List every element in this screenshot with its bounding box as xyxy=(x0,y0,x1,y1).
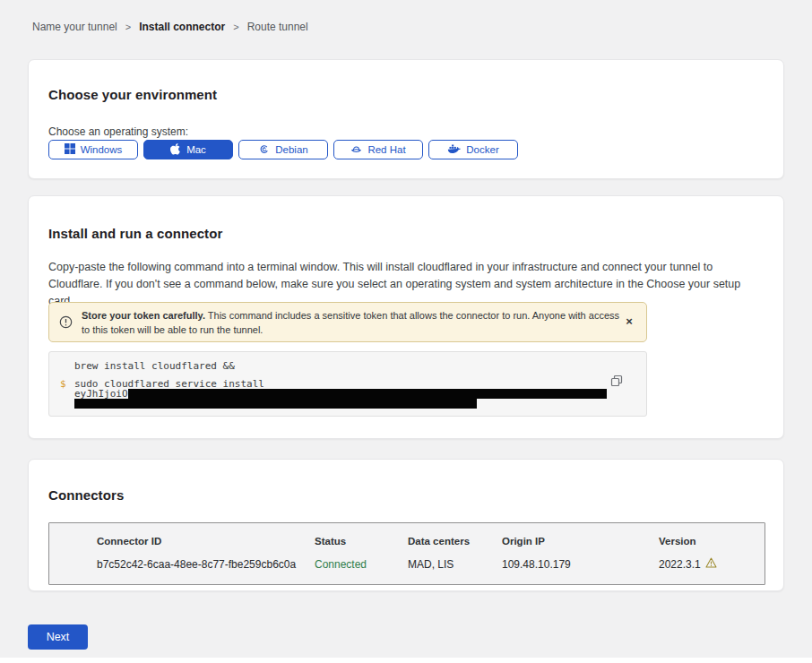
token-warning-banner: Store your token carefully. This command… xyxy=(48,302,647,342)
redacted-token-bar xyxy=(74,399,477,409)
column-header-data-centers: Data centers xyxy=(408,536,502,547)
warning-triangle-icon xyxy=(705,557,717,571)
debian-logo-icon xyxy=(258,143,270,157)
environment-card-title: Choose your environment xyxy=(48,87,217,102)
install-command-code-block: brew install cloudflared && $ sudo cloud… xyxy=(48,351,647,417)
code-line-1: brew install cloudflared && xyxy=(74,360,235,372)
connectors-table: Connector ID Status Data centers Origin … xyxy=(48,522,765,585)
os-button-label: Docker xyxy=(466,144,498,155)
os-button-group: Windows Mac Debian xyxy=(48,140,518,159)
breadcrumb-route-tunnel[interactable]: Route tunnel xyxy=(247,21,308,33)
apple-logo-icon xyxy=(170,142,181,157)
operating-system-label: Choose an operating system: xyxy=(48,125,188,138)
choose-environment-card: Choose your environment Choose an operat… xyxy=(28,59,784,179)
origin-ip-value: 109.48.10.179 xyxy=(502,558,659,571)
close-icon[interactable]: × xyxy=(621,314,637,330)
os-button-label: Windows xyxy=(81,144,123,155)
redhat-logo-icon xyxy=(350,143,362,157)
os-button-windows[interactable]: Windows xyxy=(48,140,138,159)
os-button-redhat[interactable]: Red Hat xyxy=(333,140,423,159)
breadcrumb-install-connector[interactable]: Install connector xyxy=(139,21,225,33)
bottom-strip xyxy=(0,658,812,663)
os-button-mac[interactable]: Mac xyxy=(143,140,233,159)
breadcrumb-name-your-tunnel[interactable]: Name your tunnel xyxy=(32,21,117,33)
os-button-docker[interactable]: Docker xyxy=(428,140,518,159)
os-button-label: Debian xyxy=(275,144,307,155)
connectors-table-header: Connector ID Status Data centers Origin … xyxy=(97,536,750,547)
token-warning-bold: Store your token carefully. xyxy=(82,310,205,321)
status-badge: Connected xyxy=(315,558,408,571)
os-button-label: Mac xyxy=(186,144,206,155)
table-row: b7c52c42-6caa-48ee-8c77-fbe259cb6c0a Con… xyxy=(97,557,750,571)
next-button[interactable]: Next xyxy=(28,624,88,650)
breadcrumb-separator: > xyxy=(233,22,238,32)
data-centers-value: MAD, LIS xyxy=(408,558,502,571)
connector-id-value: b7c52c42-6caa-48ee-8c77-fbe259cb6c0a xyxy=(97,558,315,571)
install-connector-card: Install and run a connector Copy-paste t… xyxy=(28,195,784,439)
os-button-label: Red Hat xyxy=(367,144,405,155)
connectors-card: Connectors Connector ID Status Data cent… xyxy=(28,459,784,591)
column-header-version: Version xyxy=(659,536,750,547)
alert-circle-icon xyxy=(59,315,73,332)
column-header-origin-ip: Origin IP xyxy=(502,536,659,547)
version-number: 2022.3.1 xyxy=(659,558,701,571)
column-header-status: Status xyxy=(315,536,408,547)
version-value: 2022.3.1 xyxy=(659,557,750,571)
shell-prompt: $ xyxy=(60,378,66,390)
copy-icon[interactable] xyxy=(609,374,625,390)
column-header-connector-id: Connector ID xyxy=(97,536,315,547)
install-card-title: Install and run a connector xyxy=(48,226,222,241)
os-button-debian[interactable]: Debian xyxy=(238,140,328,159)
windows-logo-icon xyxy=(65,143,75,156)
breadcrumb-separator: > xyxy=(125,22,131,32)
redacted-token-bar xyxy=(128,389,607,399)
breadcrumb: Name your tunnel > Install connector > R… xyxy=(32,21,308,33)
docker-logo-icon xyxy=(447,143,461,157)
connectors-card-title: Connectors xyxy=(48,487,124,503)
token-warning-text: Store your token carefully. This command… xyxy=(82,309,626,337)
